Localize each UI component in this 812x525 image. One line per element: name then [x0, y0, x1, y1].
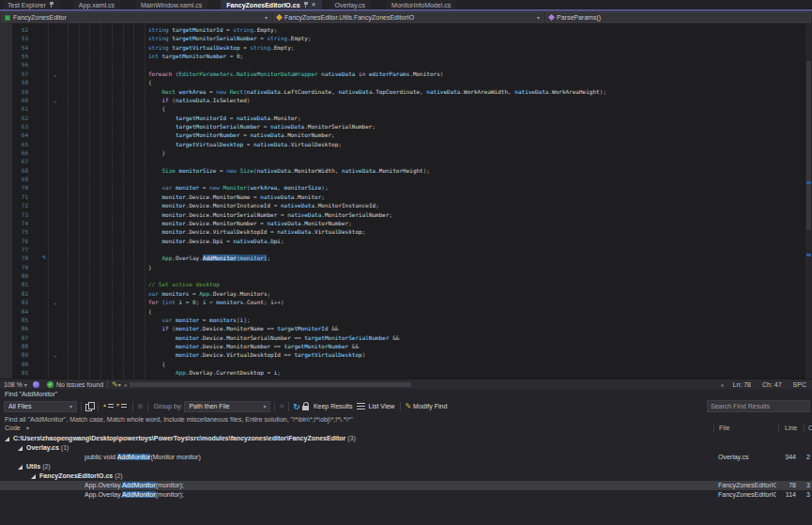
scroll-left-arrow[interactable]: ◂ — [124, 381, 127, 388]
tab-overlay-cs[interactable]: Overlay.cs — [329, 0, 372, 9]
line-number: 64 — [0, 131, 28, 139]
result-group-row[interactable]: Utils (2) — [0, 462, 812, 471]
tab-app-xaml-cs[interactable]: App.xaml.cs — [73, 0, 120, 9]
line-number: 54 — [0, 43, 28, 52]
modify-find-button[interactable]: Modify Find — [413, 403, 447, 409]
code-text: monitor.Device.Dpi = nativeData.Dpi; — [148, 237, 284, 245]
line-number: 88 — [0, 342, 28, 350]
code-text: monitor.Device.VirtualDesktopId = native… — [148, 227, 365, 236]
copy-icon[interactable] — [85, 402, 94, 410]
collapse-all-icon[interactable] — [104, 403, 114, 410]
code-editor[interactable]: 52string targetMonitorId = string.Empty;… — [0, 23, 812, 378]
line-indicator[interactable]: Ln: 78 — [733, 381, 751, 388]
whitespace-indicator[interactable]: SPC — [793, 381, 806, 388]
fold-collapse-arrow[interactable]: ⌄ — [54, 298, 57, 306]
expand-all-icon[interactable] — [117, 403, 127, 410]
member-dropdown[interactable]: ParseParams() — [545, 12, 811, 23]
code-line-73: 73 monitor.Device.MonitorSerialNumber = … — [0, 210, 812, 219]
line-column-header[interactable]: Line — [785, 425, 797, 431]
result-match-row[interactable]: App.Overlay.AddMonitor(monitor);FancyZon… — [0, 490, 812, 500]
vertical-scrollbar[interactable] — [805, 23, 812, 378]
tab-fancyzoneseditorio-cs[interactable]: FancyZonesEditorIO.cs✕ — [221, 0, 321, 9]
column-divider[interactable] — [778, 425, 779, 433]
pin-icon[interactable] — [303, 2, 309, 8]
tree-expander-icon[interactable] — [5, 437, 9, 441]
refresh-icon[interactable]: ↻ — [293, 402, 300, 411]
code-text: if (monitor.Device.MonitorName == target… — [148, 324, 338, 332]
result-group-row[interactable]: FancyZonesEditorIO.cs (2) — [0, 471, 812, 481]
scrollbar-thumb[interactable] — [806, 61, 811, 230]
line-number: 78 — [0, 254, 28, 262]
code-line-86: 86 if (monitor.Device.MonitorName == tar… — [0, 324, 812, 332]
code-text: foreach (EditorParameters.NativeMonitorD… — [148, 69, 443, 78]
fold-collapse-arrow[interactable]: ⌄ — [54, 96, 57, 104]
zoom-level-dropdown[interactable]: 108 % — [4, 381, 23, 388]
col-column-header[interactable]: Col — [808, 425, 812, 431]
list-view-icon[interactable] — [357, 403, 365, 410]
match-count: (1) — [61, 444, 69, 451]
column-divider[interactable] — [804, 425, 804, 433]
tab-test-explorer[interactable]: Test Explorer — [2, 0, 60, 9]
column-divider[interactable] — [713, 425, 714, 433]
code-line-59: 59 Rect workArea = new Rect(nativeData.L… — [0, 87, 812, 96]
result-match-row[interactable]: public void AddMonitor(Monitor monitor)O… — [0, 453, 812, 462]
code-line-55: 55int targetMonitorNumber = 0; — [0, 52, 812, 60]
tab-mainwindow-xaml-cs[interactable]: MainWindow.xaml.cs — [135, 0, 207, 9]
keep-results-button[interactable]: Keep Results — [314, 403, 353, 409]
code-column-header[interactable]: Code — [5, 425, 21, 431]
clear-results-icon[interactable]: ✕ — [279, 403, 284, 410]
code-line-69: 69 — [0, 175, 812, 183]
health-status-text[interactable]: No issues found — [56, 381, 103, 388]
document-tab-strip: Test ExplorerApp.xaml.csMainWindow.xaml.… — [0, 0, 812, 9]
result-group-row[interactable]: C:\Users\zhaopengwang\Desktop\powertoys\… — [0, 434, 812, 443]
line-number: 60 — [0, 96, 28, 104]
result-file: Overlay.cs — [718, 453, 776, 462]
find-query-description: Find all "AddMonitor", Match case, Match… — [5, 416, 353, 423]
project-dropdown[interactable]: FancyZonesEditor ▾ — [1, 12, 271, 23]
find-results-panel: Find "AddMonitor" All Files ▾ ≋ Group by… — [0, 389, 812, 525]
result-text: App.Overlay.AddMonitor(monitor); — [84, 490, 716, 500]
filter-icon[interactable]: ≋ — [137, 402, 144, 410]
result-line: 78 — [777, 481, 796, 490]
type-dropdown[interactable]: FancyZonesEditor.Utils.FancyZonesEditorI… — [273, 12, 544, 23]
scroll-right-arrow[interactable]: ▸ — [721, 381, 724, 388]
list-view-button[interactable]: List View — [369, 403, 395, 409]
pencil-icon[interactable]: ✎ — [112, 380, 118, 389]
scope-dropdown[interactable]: All Files ▾ — [4, 401, 77, 412]
result-text: public void AddMonitor(Monitor monitor) — [84, 453, 716, 462]
fold-collapse-arrow[interactable]: ⌄ — [54, 350, 57, 359]
code-line-77: 77 — [0, 245, 812, 254]
result-group-row[interactable]: Overlay.cs (1) — [0, 443, 812, 453]
close-icon[interactable]: ✕ — [312, 2, 316, 8]
group-by-dropdown[interactable]: Path then File ▾ — [184, 401, 270, 412]
code-text: for (int i = 0; i < monitors.Count; i++) — [148, 298, 284, 306]
result-line: 344 — [777, 453, 796, 462]
tab-monitorinfomodel-cs[interactable]: MonitorInfoModel.cs — [386, 0, 456, 9]
code-text: targetMonitorId = nativeData.Monitor; — [148, 114, 301, 122]
result-text: App.Overlay.AddMonitor(monitor); — [84, 481, 716, 490]
lock-icon[interactable] — [302, 402, 310, 410]
line-number: 91 — [0, 368, 28, 377]
line-number: 79 — [0, 263, 28, 271]
fold-collapse-arrow[interactable]: ⌄ — [54, 69, 57, 78]
code-line-61: 61 { — [0, 104, 812, 113]
match-count: (3) — [347, 435, 356, 441]
column-indicator[interactable]: Ch: 47 — [762, 381, 782, 388]
result-match-row[interactable]: App.Overlay.AddMonitor(monitor);FancyZon… — [0, 481, 812, 490]
horizontal-scrollbar-thumb[interactable] — [130, 382, 411, 387]
copilot-icon[interactable] — [33, 381, 39, 388]
find-results-title: Find "AddMonitor" — [5, 391, 57, 397]
line-number: 65 — [0, 140, 28, 148]
line-number: 59 — [0, 87, 28, 96]
code-line-56: 56 — [0, 60, 812, 69]
tree-expander-icon[interactable] — [31, 474, 36, 479]
tree-expander-icon[interactable] — [18, 465, 23, 470]
line-number: 55 — [0, 52, 28, 60]
pin-icon[interactable] — [49, 2, 54, 8]
search-find-results-input[interactable] — [707, 400, 810, 412]
code-text: } — [148, 263, 152, 271]
file-column-header[interactable]: File — [719, 425, 729, 431]
edit-marker-icon: ✎ — [42, 254, 46, 262]
project-dropdown-value: FancyZonesEditor — [13, 14, 67, 21]
tree-expander-icon[interactable] — [18, 446, 23, 451]
